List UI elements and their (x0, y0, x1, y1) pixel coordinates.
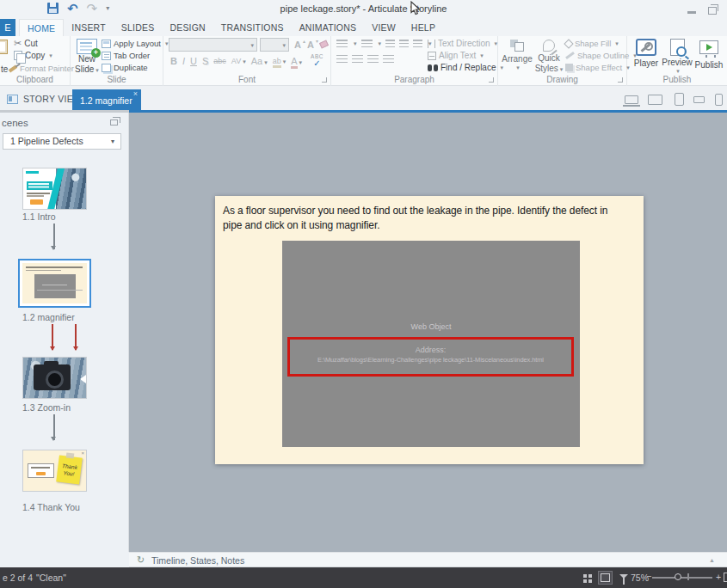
apply-layout-button[interactable]: Apply Layout▾ (102, 39, 168, 48)
zoom-slider-handle[interactable] (675, 573, 681, 580)
new-slide-button[interactable]: + New Slide▾ (74, 39, 100, 75)
increase-indent-icon[interactable] (399, 40, 409, 47)
tab-story-view[interactable]: STORY VIEW (7, 94, 82, 104)
quick-styles-button[interactable]: Quick Styles▾ (534, 40, 564, 74)
slide-counter: e 2 of 4 (3, 573, 33, 583)
numbering-icon[interactable] (361, 40, 373, 47)
slide-label-1-4: 1.4 Thank You (22, 502, 80, 512)
zoom-in-button[interactable]: + (716, 572, 721, 582)
bullets-icon[interactable] (336, 40, 348, 47)
group-label-drawing: Drawing (498, 75, 626, 84)
publish-icon (699, 40, 718, 54)
tab-design[interactable]: DESIGN (162, 19, 213, 36)
shadow-button[interactable]: S (202, 56, 208, 66)
shape-effect-button[interactable]: Shape Effect▾ (565, 63, 630, 72)
find-replace-button[interactable]: Find / Replace▾ (428, 63, 503, 72)
tab-insert[interactable]: INSERT (64, 19, 114, 36)
group-label-font: Font (163, 75, 330, 84)
expand-panel-icon[interactable]: ▲ (709, 557, 715, 563)
restore-button[interactable] (708, 7, 717, 15)
align-left-icon[interactable] (336, 55, 348, 63)
copy-button[interactable]: Copy▾ (14, 51, 52, 60)
web-object-placeholder[interactable]: Web Object Address: E:\Muzaffar\blogs\El… (282, 241, 580, 447)
tablet-landscape-preview-icon[interactable] (648, 95, 662, 105)
zoom-out-button[interactable]: − (646, 571, 651, 581)
group-slide: + New Slide▾ Apply Layout▾ Tab Order Dup… (71, 36, 163, 86)
justify-icon[interactable] (383, 55, 394, 63)
grid-view-icon[interactable] (583, 574, 587, 578)
tab-slide-magnifier[interactable]: 1.2 magnifier × (72, 89, 141, 113)
line-spacing-icon[interactable] (413, 40, 422, 47)
underline-button[interactable]: U (190, 56, 197, 66)
grow-font-button[interactable]: A▴ (294, 40, 301, 50)
tab-view[interactable]: VIEW (364, 19, 404, 36)
paste-icon[interactable] (0, 40, 8, 54)
slide-thumbnail-1-4[interactable]: × Thank You! (22, 450, 87, 492)
align-right-icon[interactable] (367, 55, 379, 63)
tab-slides[interactable]: SLIDES (114, 19, 163, 36)
strikethrough-button[interactable]: abc (213, 56, 226, 66)
player-button[interactable]: Player (632, 39, 660, 69)
shape-outline-button[interactable]: Shape Outline▾ (565, 51, 637, 60)
decrease-indent-icon[interactable] (385, 40, 395, 47)
collapse-panel-icon[interactable] (110, 119, 118, 126)
tab-order-button[interactable]: Tab Order (102, 51, 150, 60)
slide-thumbnail-1-2-selected[interactable] (18, 259, 91, 308)
sidebar-footer (0, 552, 129, 567)
minimize-button[interactable] (687, 11, 696, 14)
slide-editor-canvas[interactable]: As a floor supervisor you need to find o… (129, 113, 727, 552)
highlight-color-button[interactable]: ab▾ (273, 55, 286, 66)
tab-help[interactable]: HELP (404, 19, 443, 36)
phone-landscape-preview-icon[interactable] (693, 96, 705, 103)
new-slide-icon: + (77, 39, 97, 54)
duplicate-button[interactable]: Duplicate (102, 63, 148, 72)
italic-button[interactable]: I (182, 56, 185, 66)
tablet-portrait-preview-icon[interactable] (675, 93, 684, 106)
shape-fill-button[interactable]: Shape Fill▾ (565, 39, 619, 48)
text-direction-button[interactable]: Text Direction▾ (428, 39, 497, 48)
phone-portrait-preview-icon[interactable] (715, 94, 723, 106)
align-text-button[interactable]: Align Text▾ (428, 51, 484, 60)
tab-transitions[interactable]: TRANSITIONS (213, 19, 292, 36)
character-spacing-button[interactable]: AV▾ (231, 55, 246, 66)
paste-button[interactable]: te (1, 64, 8, 74)
quick-styles-icon (543, 40, 555, 52)
preview-button[interactable]: Preview ▾ (663, 39, 691, 75)
mouse-cursor (410, 1, 421, 15)
bold-button[interactable]: B (170, 56, 177, 66)
publish-button[interactable]: Publish (694, 40, 724, 70)
clear-formatting-icon[interactable] (319, 40, 329, 48)
arrange-button[interactable]: Arrange▾ (502, 40, 532, 71)
highlight-rectangle[interactable]: Address: E:\Muzaffar\blogs\Elearning-Cha… (287, 337, 574, 377)
format-painter-button[interactable]: Format Painter (9, 64, 74, 73)
scene-selector[interactable]: 1 Pipeline Defects ▾ (3, 133, 121, 150)
font-size-combo[interactable]: ▾ (260, 38, 289, 52)
spell-check-button[interactable]: ABC✓ (311, 54, 323, 68)
cut-button[interactable]: ✂Cut (14, 39, 38, 48)
ribbon-tab-bar: E HOME INSERT SLIDES DESIGN TRANSITIONS … (0, 19, 727, 36)
player-icon (636, 39, 656, 56)
fit-to-window-icon[interactable] (619, 574, 628, 579)
group-drawing: Arrange▾ Quick Styles▾ Shape Fill▾ Shape… (498, 36, 627, 86)
align-center-icon[interactable] (352, 55, 363, 63)
close-tab-icon[interactable]: × (133, 89, 138, 98)
change-case-button[interactable]: Aa▾ (251, 56, 268, 66)
font-name-combo[interactable]: ▾ (169, 38, 257, 52)
timeline-states-notes-bar[interactable]: ↻ Timeline, States, Notes ▲ (129, 552, 727, 567)
tab-animations[interactable]: ANIMATIONS (292, 19, 365, 36)
zoom-slider-track[interactable] (652, 577, 712, 579)
slide-view-toggle[interactable] (598, 571, 613, 585)
text-direction-icon (428, 40, 435, 48)
intro-heading-block (27, 181, 52, 190)
shrink-font-button[interactable]: A▾ (307, 40, 314, 50)
tab-file[interactable]: E (0, 19, 15, 36)
tab-home[interactable]: HOME (19, 19, 64, 36)
slide-thumbnail-1-1[interactable] (22, 168, 87, 210)
group-label-slide: Slide (71, 75, 163, 84)
slide-thumbnail-1-3[interactable] (22, 357, 87, 399)
slide-stage[interactable]: As a floor supervisor you need to find o… (215, 196, 644, 464)
font-color-button[interactable]: A▾ (291, 56, 302, 66)
laptop-preview-icon[interactable] (625, 95, 638, 104)
slide-instruction-text[interactable]: As a floor supervisor you need to find o… (223, 204, 625, 234)
title-bar: ↶ ↷ ▾ pipe leckage.story* - Articulate S… (0, 0, 727, 19)
